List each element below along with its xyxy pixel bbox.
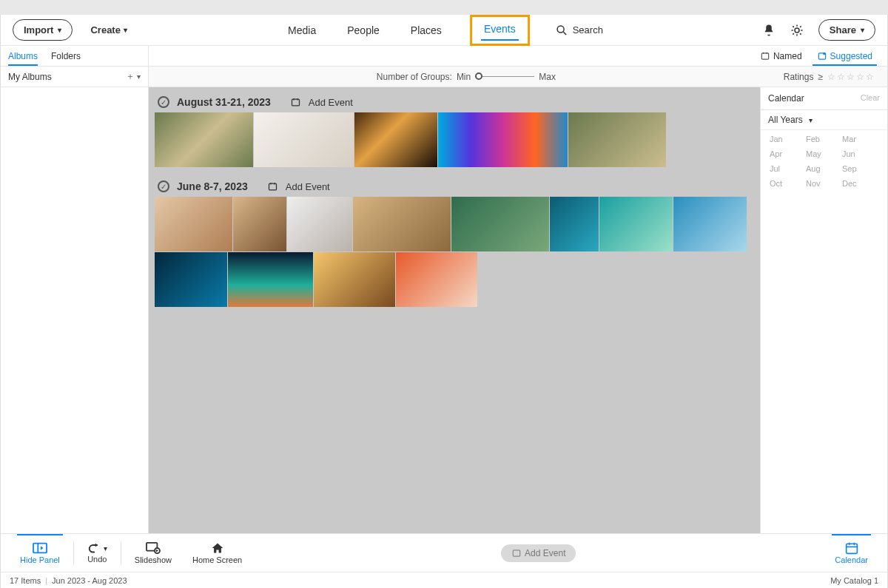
tab-suggested[interactable]: Suggested (817, 47, 872, 66)
photo-thumbnail[interactable] (314, 252, 395, 307)
svg-line-1 (563, 32, 566, 35)
svg-rect-28 (846, 544, 857, 553)
calendar-toggle-button[interactable]: Calendar (824, 538, 878, 567)
brightness-icon[interactable] (790, 24, 804, 37)
photo-thumbnail[interactable] (155, 112, 253, 167)
photo-thumbnail[interactable] (228, 252, 313, 307)
event-date: August 31-21, 2023 (177, 96, 271, 108)
select-all-icon[interactable]: ✓ (158, 180, 169, 192)
add-event-button[interactable]: Add Event (501, 544, 576, 562)
nav-people[interactable]: People (344, 16, 383, 44)
top-toolbar: Import ▾ Create ▾ Media People Places Ev… (1, 15, 887, 46)
svg-line-7 (793, 26, 794, 27)
min-label: Min (457, 72, 471, 82)
month-mar[interactable]: Mar (842, 135, 878, 143)
nav-media[interactable]: Media (285, 16, 319, 44)
tab-named[interactable]: Named (760, 47, 802, 66)
chevron-down-icon: ▾ (124, 26, 127, 34)
hide-panel-button[interactable]: Hide Panel (10, 538, 70, 567)
month-dec[interactable]: Dec (842, 179, 878, 188)
photo-thumbnail[interactable] (287, 197, 352, 251)
month-oct[interactable]: Oct (770, 179, 806, 188)
create-button[interactable]: Create ▾ (90, 24, 127, 36)
photo-thumbnail[interactable] (155, 197, 232, 251)
month-nov[interactable]: Nov (806, 179, 842, 188)
home-label: Home Screen (192, 555, 242, 564)
slideshow-icon (145, 541, 161, 555)
photo-thumbnail[interactable] (254, 112, 354, 167)
calendar-label: Calendar (835, 555, 868, 564)
calendar-panel: Calendar Clear All Years ▾ JanFebMarAprM… (760, 87, 887, 533)
photo-thumbnail[interactable] (353, 197, 451, 251)
add-album-icon[interactable]: ＋ ▾ (126, 70, 141, 83)
calendar-month-grid: JanFebMarAprMayJunJulAugSepOctNovDec (761, 130, 887, 192)
svg-rect-16 (292, 99, 299, 106)
left-panel-tabs: Albums Folders (1, 46, 149, 66)
month-may[interactable]: May (806, 149, 842, 158)
tab-albums[interactable]: Albums (8, 47, 38, 66)
chevron-down-icon: ▾ (861, 26, 864, 34)
star-icons[interactable]: ☆☆☆☆☆ (827, 72, 875, 82)
nav-places[interactable]: Places (408, 16, 445, 44)
month-feb[interactable]: Feb (806, 135, 842, 143)
slideshow-label: Slideshow (135, 555, 172, 564)
photo-thumbnail[interactable] (155, 252, 227, 307)
month-apr[interactable]: Apr (770, 149, 806, 158)
import-label: Import (24, 24, 53, 36)
svg-rect-27 (513, 550, 519, 555)
add-event-link[interactable]: Add Event (286, 181, 330, 192)
nav-events-highlight: Events (470, 15, 530, 46)
svg-rect-22 (33, 544, 47, 553)
photo-thumbnail[interactable] (233, 197, 286, 251)
event-group: ✓June 8-7, 2023Add Event (149, 172, 760, 311)
events-grid: ✓August 31-21, 2023Add Event✓June 8-7, 2… (149, 87, 760, 533)
svg-point-0 (557, 26, 564, 33)
svg-line-9 (793, 33, 794, 35)
month-jan[interactable]: Jan (770, 135, 806, 143)
month-sep[interactable]: Sep (842, 164, 878, 173)
main-nav: Media People Places Events Search (285, 15, 603, 46)
nav-events[interactable]: Events (482, 20, 517, 41)
bell-icon[interactable] (762, 24, 776, 37)
group-count-slider[interactable]: Number of Groups: Min Max (377, 72, 556, 82)
max-label: Max (539, 72, 556, 82)
photo-thumbnail[interactable] (550, 197, 599, 251)
month-jun[interactable]: Jun (842, 149, 878, 158)
undo-button[interactable]: ▾ Undo (77, 539, 118, 567)
photo-thumbnail[interactable] (568, 112, 666, 167)
photo-thumbnail[interactable] (354, 112, 437, 167)
import-button[interactable]: Import ▾ (13, 19, 73, 41)
undo-icon (87, 542, 102, 554)
home-button[interactable]: Home Screen (182, 538, 252, 567)
calendar-year-select[interactable]: All Years ▾ (761, 110, 887, 130)
add-event-link[interactable]: Add Event (309, 97, 353, 108)
my-albums-header: My Albums ＋ ▾ (1, 67, 149, 87)
month-aug[interactable]: Aug (806, 164, 842, 173)
bottom-toolbar: Hide Panel ▾ Undo Slideshow Home Screen (1, 533, 887, 572)
month-jul[interactable]: Jul (770, 164, 806, 173)
photo-thumbnail[interactable] (438, 112, 568, 167)
photo-thumbnail[interactable] (396, 252, 477, 307)
svg-rect-11 (761, 53, 768, 58)
slider-thumb[interactable] (475, 72, 482, 80)
chevron-down-icon: ▾ (104, 544, 107, 552)
slider-track[interactable] (475, 76, 534, 77)
suggested-icon (817, 51, 827, 61)
ratings-filter[interactable]: Ratings ≥ ☆☆☆☆☆ (784, 72, 875, 82)
photo-thumbnail[interactable] (599, 197, 673, 251)
share-button[interactable]: Share ▾ (818, 19, 875, 41)
nav-search[interactable]: Search (555, 24, 603, 37)
home-icon (210, 541, 225, 555)
catalog-name: My Catalog 1 (830, 576, 878, 585)
photo-thumbnail[interactable] (451, 197, 549, 251)
select-all-icon[interactable]: ✓ (158, 96, 169, 108)
item-count: 17 Items (10, 576, 41, 585)
calendar-clear[interactable]: Clear (861, 93, 880, 104)
chevron-down-icon: ▾ (809, 116, 813, 124)
tab-folders[interactable]: Folders (51, 47, 81, 66)
photo-thumbnail[interactable] (673, 197, 747, 251)
calendar-icon (844, 541, 859, 555)
slideshow-button[interactable]: Slideshow (124, 538, 182, 567)
panel-icon (32, 541, 48, 555)
create-label: Create (90, 24, 120, 36)
